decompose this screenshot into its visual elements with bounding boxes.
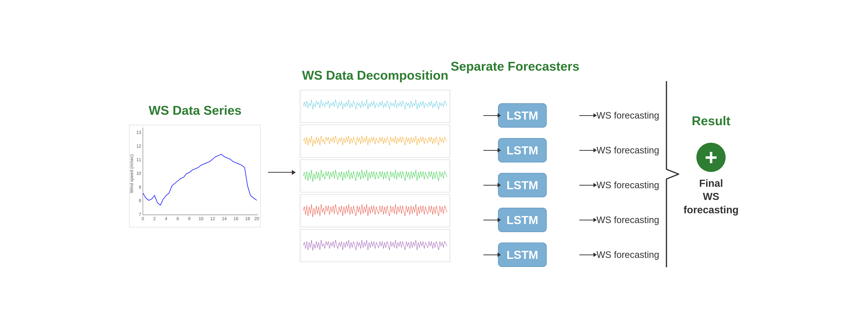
forecast-label-1: WS forecasting [596,110,659,121]
title-data-series: WS Data Series [149,103,242,118]
lstm-row-2: LSTM [484,134,547,167]
forecast-label-3: WS forecasting [596,180,659,190]
arrow-to-decomp [261,172,300,173]
forecast-label-5: WS forecasting [596,250,659,260]
forecast-arrow-4 [579,220,594,220]
lstm-row-4: LSTM [484,204,547,237]
section-data-series: WS Data Series 7 8 9 10 11 12 13 0 2 4 6… [129,103,261,227]
decomp-chart-orange [300,125,451,157]
svg-rect-23 [301,160,450,192]
decomp-charts-list [300,90,451,262]
forecast-arrow-1 [579,115,594,116]
lstm-box-2: LSTM [498,138,547,162]
svg-text:20: 20 [254,216,259,221]
arrow-to-lstm-5 [484,254,498,255]
arrow-to-lstm-4 [484,220,498,220]
final-ws-forecasting-label: FinalWSforecasting [683,177,739,217]
lstm-row-1: LSTM [484,99,547,132]
svg-text:12: 12 [210,216,215,221]
main-chart-svg: 7 8 9 10 11 12 13 0 2 4 6 8 10 12 14 16 … [129,125,260,227]
title-forecasters: Separate Forecasters [451,59,579,73]
svg-rect-24 [301,194,450,227]
svg-text:11: 11 [136,157,142,162]
svg-text:8: 8 [188,216,191,221]
decomp-chart-purple [300,229,451,262]
arrow-to-lstm-1 [484,115,498,116]
svg-text:14: 14 [222,216,227,221]
title-decomposition: WS Data Decomposition [302,68,448,83]
svg-text:8: 8 [139,198,142,203]
decomp-chart-green [300,159,451,192]
lstm-box-5: LSTM [498,243,547,267]
main-chart: 7 8 9 10 11 12 13 0 2 4 6 8 10 12 14 16 … [129,125,261,227]
brace-container [664,79,681,269]
arrow-to-lstm-2 [484,150,498,151]
svg-text:13: 13 [136,130,142,135]
arrow-line-1 [268,172,292,173]
svg-text:10: 10 [136,171,142,176]
forecast-arrow-5 [579,254,594,255]
forecast-arrow-3 [579,185,594,186]
plus-icon: + [705,146,718,168]
title-forecast-placeholder: Placeholder [579,59,651,73]
lstm-box-1: LSTM [498,103,547,128]
forecast-row-3: WS forecasting [579,169,659,202]
svg-text:2: 2 [153,216,156,221]
main-container: WS Data Series 7 8 9 10 11 12 13 0 2 4 6… [0,0,868,330]
svg-rect-21 [301,90,450,122]
section-forecasters: Separate Forecasters LSTM LSTM LSTM LSTM… [451,59,579,271]
svg-text:0: 0 [142,216,144,221]
section-decomposition: WS Data Decomposition [300,68,451,262]
svg-text:4: 4 [165,216,167,221]
forecast-row-5: WS forecasting [579,238,659,271]
forecast-row-2: WS forecasting [579,134,659,167]
decomp-chart-cyan [300,90,451,123]
lstm-row-5: LSTM [484,238,547,271]
forecast-label-4: WS forecasting [596,215,659,225]
section-forecast-labels: Placeholder WS forecasting WS forecastin… [579,59,659,271]
lstm-box-4: LSTM [498,208,547,232]
svg-text:12: 12 [136,144,142,148]
forecast-label-2: WS forecasting [596,145,659,156]
svg-text:Wind speed (m/sec): Wind speed (m/sec) [129,154,134,193]
lstm-list: LSTM LSTM LSTM LSTM LSTM [476,99,554,271]
forecast-labels-list: WS forecasting WS forecasting WS forecas… [579,99,659,271]
svg-text:18: 18 [245,216,250,221]
lstm-box-3: LSTM [498,173,547,197]
decomp-chart-red [300,194,451,227]
section-result: Result + FinalWSforecasting [683,114,739,217]
forecast-row-4: WS forecasting [579,204,659,237]
svg-text:9: 9 [139,185,142,189]
svg-text:10: 10 [198,216,204,221]
svg-text:16: 16 [234,216,239,221]
brace-svg [664,79,681,269]
forecast-row-1: WS forecasting [579,99,659,132]
svg-text:6: 6 [177,216,179,221]
arrow-to-lstm-3 [484,185,498,186]
title-result: Result [692,114,731,128]
plus-circle: + [696,143,725,172]
lstm-row-3: LSTM [484,169,547,202]
forecast-arrow-2 [579,150,594,151]
svg-rect-25 [301,230,450,262]
svg-text:7: 7 [139,212,142,217]
